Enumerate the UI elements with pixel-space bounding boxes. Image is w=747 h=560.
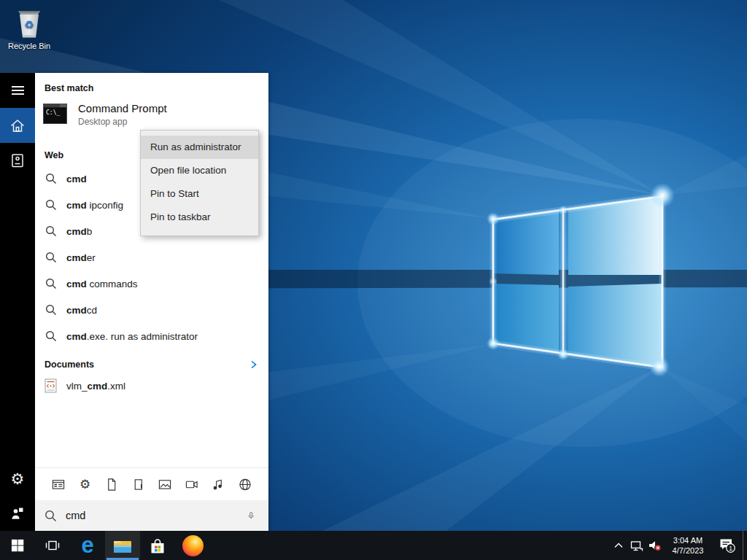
settings-gear-icon: ⚙ <box>11 471 25 486</box>
clock-date: 4/7/2023 <box>673 546 704 555</box>
web-suggestion[interactable]: cmdcd <box>35 297 268 323</box>
search-icon <box>44 510 57 522</box>
documents-section-header[interactable]: Documents <box>44 359 258 370</box>
clock[interactable]: 3:04 AM 4/7/2023 <box>666 531 710 560</box>
menu-item-pin-to-taskbar[interactable]: Pin to taskbar <box>141 206 258 229</box>
recycle-bin-shortcut[interactable]: ♻ Recycle Bin <box>5 6 53 50</box>
rail-settings-button[interactable]: ⚙ <box>0 461 35 496</box>
show-desktop-button[interactable] <box>743 531 747 560</box>
hamburger-menu-icon <box>12 84 24 97</box>
journal-icon <box>9 152 26 168</box>
recycle-bin-label: Recycle Bin <box>5 42 53 50</box>
search-icon <box>45 225 57 237</box>
taskbar: e <box>0 531 747 560</box>
apps-filter-icon <box>52 478 65 491</box>
start-button[interactable] <box>0 531 35 560</box>
filter-web-button[interactable] <box>234 473 256 495</box>
clock-time: 3:04 AM <box>673 536 703 545</box>
firefox-taskbar-button[interactable] <box>175 531 210 560</box>
notification-badge: 1 <box>726 543 735 552</box>
documents-filter-icon <box>105 478 118 491</box>
svg-text:1: 1 <box>729 544 732 551</box>
document-result[interactable]: vlm_cmd.xml <box>35 372 268 400</box>
web-filter-icon <box>239 478 252 491</box>
volume-muted-icon <box>648 539 662 552</box>
menu-item-open-file-location[interactable]: Open file location <box>141 159 258 182</box>
search-input[interactable] <box>66 510 234 521</box>
chevron-up-icon <box>614 541 624 550</box>
task-view-button[interactable] <box>35 531 70 560</box>
network-tray-button[interactable] <box>627 531 646 560</box>
rail-journal-button[interactable] <box>0 143 35 178</box>
filter-photos-button[interactable] <box>154 473 176 495</box>
rail-home-button[interactable] <box>0 108 35 143</box>
firefox-icon <box>182 535 204 556</box>
action-center-button[interactable]: 1 <box>712 531 743 560</box>
search-bar <box>35 500 268 531</box>
menu-item-run-as-administrator[interactable]: Run as administrator <box>141 136 258 159</box>
folders-filter-icon <box>132 478 145 491</box>
context-menu: Run as administrator Open file location … <box>140 130 259 236</box>
search-icon <box>45 173 57 184</box>
filter-videos-button[interactable] <box>181 473 203 495</box>
home-icon <box>9 117 26 133</box>
filter-documents-button[interactable] <box>101 473 123 495</box>
result-title: Command Prompt <box>78 102 167 114</box>
rail-spacer <box>0 178 35 461</box>
chevron-right-icon[interactable] <box>248 359 258 370</box>
documents-header-label: Documents <box>44 359 94 370</box>
videos-filter-icon <box>185 478 198 491</box>
edge-taskbar-button[interactable]: e <box>70 531 105 560</box>
search-icon <box>45 252 57 263</box>
web-suggestion[interactable]: cmd.exe. run as administrator <box>35 323 268 349</box>
start-icon <box>11 539 24 552</box>
menu-item-pin-to-start[interactable]: Pin to Start <box>141 182 258 206</box>
rail-feedback-button[interactable] <box>0 496 35 531</box>
file-explorer-taskbar-button[interactable] <box>105 531 140 560</box>
task-view-icon <box>44 538 61 553</box>
xml-document-icon <box>44 378 57 393</box>
svg-text:♻: ♻ <box>24 18 34 31</box>
web-suggestion[interactable]: cmder <box>35 244 268 271</box>
voice-search-button[interactable] <box>243 505 259 526</box>
store-taskbar-button[interactable] <box>140 531 175 560</box>
result-subtitle: Desktop app <box>78 117 167 127</box>
search-icon <box>45 199 57 211</box>
network-icon <box>630 539 643 552</box>
filter-settings-button[interactable]: ⚙ <box>74 473 96 495</box>
web-suggestion[interactable]: cmd commands <box>35 271 268 297</box>
settings-filter-icon: ⚙ <box>80 478 90 491</box>
file-explorer-icon <box>113 538 132 553</box>
edge-icon: e <box>81 534 93 556</box>
filter-folders-button[interactable] <box>128 473 150 495</box>
volume-tray-button[interactable] <box>646 531 664 560</box>
best-match-header: Best match <box>44 83 258 93</box>
desktop: ♻ Recycle Bin ⚙ <box>0 0 747 560</box>
search-icon <box>45 278 57 289</box>
store-icon <box>148 537 167 555</box>
filter-music-button[interactable] <box>207 473 229 495</box>
photos-filter-icon <box>158 478 171 491</box>
microphone-icon <box>247 509 255 522</box>
music-filter-icon <box>212 478 225 491</box>
recycle-bin-icon: ♻ <box>14 6 44 39</box>
action-center-icon: 1 <box>718 537 738 555</box>
feedback-person-icon <box>9 505 26 521</box>
tray-overflow-button[interactable] <box>609 531 627 560</box>
system-tray: 3:04 AM 4/7/2023 1 <box>609 531 747 560</box>
search-panel-rail: ⚙ <box>0 73 35 531</box>
search-icon <box>45 304 57 316</box>
filter-apps-button[interactable] <box>47 473 69 495</box>
command-prompt-icon: C:\_ <box>43 104 67 124</box>
search-icon <box>45 330 57 342</box>
filter-bar: ⚙ <box>35 467 268 500</box>
hamburger-menu-button[interactable] <box>0 73 35 108</box>
